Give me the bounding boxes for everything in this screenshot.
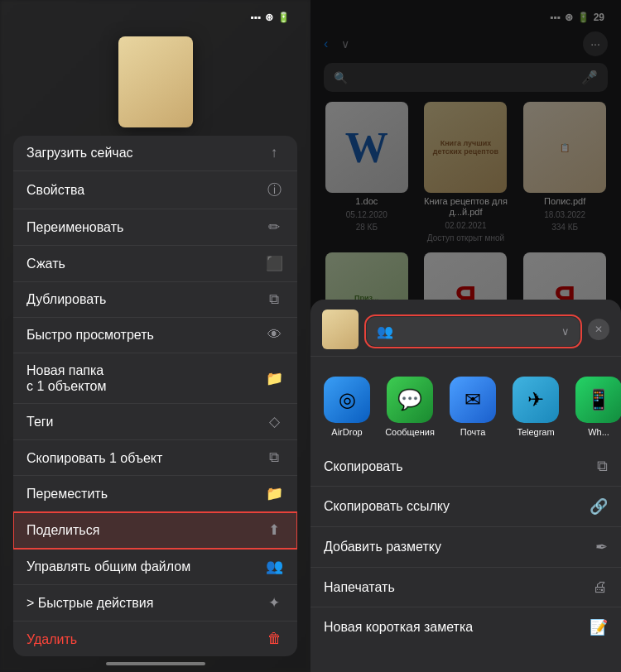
- file-size-2: 334 КБ: [551, 223, 578, 232]
- menu-item-0[interactable]: Загрузить сейчас↑: [13, 136, 297, 171]
- share-app-mail[interactable]: ✉Почта: [448, 377, 498, 437]
- nav-chevron-icon: ∨: [341, 37, 349, 50]
- menu-item-label-3: Сжать: [26, 256, 264, 271]
- search-bar[interactable]: 🔍 🎤: [324, 63, 608, 92]
- menu-item-label-6: Новая папка с 1 объектом: [26, 362, 264, 394]
- more-button[interactable]: ···: [583, 31, 608, 56]
- share-action-1[interactable]: Скопировать ссылку🔗: [310, 486, 621, 526]
- menu-item-9[interactable]: Переместить📁: [13, 476, 297, 512]
- menu-item-icon-0: ↑: [264, 145, 284, 161]
- nav-title-group: ∨: [338, 37, 576, 50]
- share-app-messages[interactable]: 💬Сообщения: [385, 377, 435, 437]
- more-icon: ···: [590, 37, 600, 50]
- menu-item-icon-3: ⬛: [264, 255, 284, 272]
- menu-item-label-9: Переместить: [26, 486, 264, 502]
- share-action-2[interactable]: Добавить разметку✒: [310, 526, 621, 567]
- menu-item-12[interactable]: > Быстрые действия✦: [13, 585, 297, 622]
- file-thumb-2: 📋: [523, 102, 606, 193]
- menu-item-icon-13: 🗑: [264, 631, 284, 647]
- share-action-icon-4: 📝: [590, 618, 608, 636]
- right-panel: ▪▪▪ ⊛ 🔋 29 ‹ ∨ ··· 🔍 🎤 W1.doc05.12.20202…: [310, 0, 621, 672]
- left-status-bar: ▪▪▪ ⊛ 🔋: [0, 0, 310, 28]
- share-action-3[interactable]: Напечатать🖨: [310, 567, 621, 607]
- collab-chevron-icon: ∨: [561, 325, 570, 338]
- file-item-0[interactable]: W1.doc05.12.202028 КБ: [320, 102, 413, 242]
- share-close-button[interactable]: ✕: [588, 319, 609, 340]
- share-action-4[interactable]: Новая короткая заметка📝: [310, 607, 621, 647]
- share-file-thumbnail: [322, 310, 359, 349]
- menu-item-icon-7: ◇: [264, 413, 284, 430]
- file-name-0: 1.doc: [355, 196, 378, 207]
- share-action-icon-0: ⧉: [597, 458, 608, 475]
- share-sheet: 👥 ∨ ✕ ◎AirDrop💬Сообщения✉Почта✈Telegram📱…: [310, 300, 621, 672]
- wifi-icon: ⊛: [265, 12, 273, 23]
- app-name-messages: Сообщения: [385, 427, 435, 437]
- menu-item-4[interactable]: Дублировать⧉: [13, 282, 297, 318]
- collab-left: 👥: [377, 324, 400, 339]
- people-icon: 👥: [377, 324, 393, 339]
- app-name-airdrop: AirDrop: [331, 427, 362, 437]
- menu-item-label-12: > Быстрые действия: [26, 595, 264, 611]
- left-status-icons: ▪▪▪ ⊛ 🔋: [250, 12, 294, 23]
- pdf-content: 📋: [560, 143, 570, 152]
- menu-item-5[interactable]: Быстро просмотреть👁: [13, 318, 297, 353]
- file-name-1: Книга рецептов для д...й.pdf: [420, 196, 513, 218]
- file-access-1: Доступ открыт мной: [427, 233, 504, 242]
- menu-item-10[interactable]: Поделиться⬆: [13, 512, 297, 549]
- file-date-2: 18.03.2022: [544, 210, 585, 219]
- share-file-info: 👥 ∨: [367, 314, 580, 346]
- file-item-2[interactable]: 📋Полис.pdf18.03.2022334 КБ: [518, 102, 611, 242]
- right-battery-icon: 🔋: [577, 12, 590, 23]
- menu-item-icon-9: 📁: [264, 485, 284, 502]
- menu-item-11[interactable]: Управлять общим файлом👥: [13, 549, 297, 585]
- back-button[interactable]: ‹: [324, 36, 331, 51]
- app-icon-messages: 💬: [387, 377, 433, 423]
- share-action-icon-2: ✒: [595, 538, 608, 556]
- file-item-1[interactable]: Книга лучших детских рецептовКнига рецеп…: [420, 102, 513, 242]
- menu-item-label-13: Удалить: [26, 631, 264, 647]
- share-action-label-3: Напечатать: [324, 580, 395, 595]
- share-app-whatsapp[interactable]: 📱Wh...: [574, 377, 621, 437]
- word-letter: W: [345, 123, 388, 172]
- menu-item-icon-1: ⓘ: [264, 180, 284, 199]
- menu-item-label-5: Быстро просмотреть: [26, 327, 264, 343]
- file-size-0: 28 КБ: [356, 223, 378, 232]
- file-thumbnail: [118, 36, 193, 127]
- file-thumb-0: W: [325, 102, 408, 193]
- share-action-label-0: Скопировать: [324, 459, 403, 474]
- menu-item-icon-4: ⧉: [264, 291, 284, 308]
- share-app-airdrop[interactable]: ◎AirDrop: [322, 377, 372, 437]
- share-apps-row: ◎AirDrop💬Сообщения✉Почта✈Telegram📱Wh...: [310, 370, 621, 444]
- menu-item-icon-10: ⬆: [264, 521, 284, 539]
- right-wifi-icon: ⊛: [565, 12, 573, 23]
- menu-item-1[interactable]: Свойстваⓘ: [13, 171, 297, 209]
- collaboration-button[interactable]: 👥 ∨: [367, 317, 580, 346]
- menu-item-icon-11: 👥: [264, 558, 284, 575]
- share-app-telegram[interactable]: ✈Telegram: [511, 377, 561, 437]
- menu-item-label-1: Свойства: [26, 182, 264, 198]
- share-action-icon-1: 🔗: [590, 497, 608, 516]
- share-action-icon-3: 🖨: [593, 578, 608, 596]
- menu-item-7[interactable]: Теги◇: [13, 404, 297, 440]
- menu-item-8[interactable]: Скопировать 1 объект⧉: [13, 440, 297, 476]
- signal-icon: ▪▪▪: [250, 12, 261, 23]
- menu-item-3[interactable]: Сжать⬛: [13, 246, 297, 282]
- app-name-telegram: Telegram: [517, 427, 554, 437]
- menu-item-label-8: Скопировать 1 объект: [26, 450, 264, 466]
- nav-bar: ‹ ∨ ···: [310, 28, 621, 63]
- battery-icon: 🔋: [277, 12, 290, 23]
- share-description: [310, 357, 621, 370]
- app-icon-whatsapp: 📱: [575, 377, 621, 423]
- left-panel: ▪▪▪ ⊛ 🔋 Загрузить сейчас↑СвойстваⓘПереим…: [0, 0, 310, 672]
- share-sheet-header: 👥 ∨ ✕: [310, 300, 621, 357]
- menu-item-label-10: Поделиться: [26, 522, 264, 538]
- right-signal-icon: ▪▪▪: [550, 12, 561, 23]
- menu-item-13[interactable]: Удалить🗑: [13, 622, 297, 656]
- menu-item-6[interactable]: Новая папка с 1 объектом📁: [13, 353, 297, 404]
- share-action-label-1: Скопировать ссылку: [324, 499, 450, 514]
- menu-item-label-11: Управлять общим файлом: [26, 559, 264, 574]
- share-action-0[interactable]: Скопировать⧉: [310, 447, 621, 486]
- app-icon-airdrop: ◎: [324, 377, 370, 423]
- menu-item-2[interactable]: Переименовать✏: [13, 209, 297, 246]
- app-icon-telegram: ✈: [513, 377, 559, 423]
